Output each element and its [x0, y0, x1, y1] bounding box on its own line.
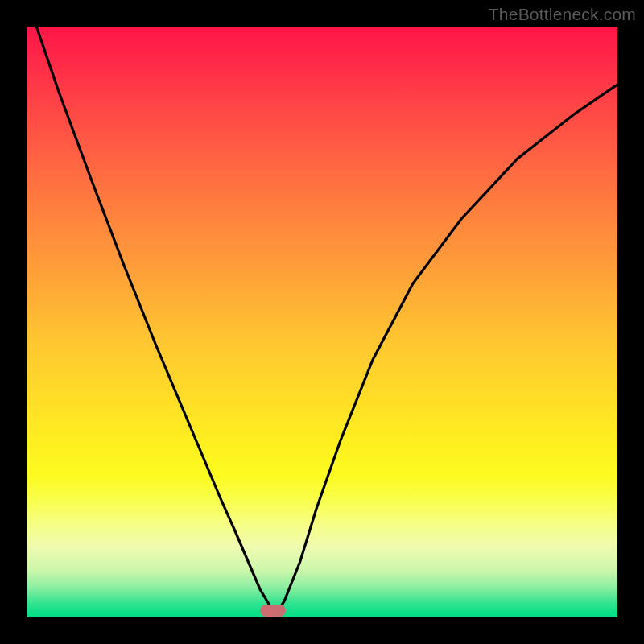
- bottleneck-curve: [27, 27, 617, 617]
- curve-path: [27, 27, 617, 613]
- watermark-text: TheBottleneck.com: [489, 5, 636, 24]
- plot-area: [27, 27, 617, 617]
- optimal-point-marker: [260, 605, 286, 617]
